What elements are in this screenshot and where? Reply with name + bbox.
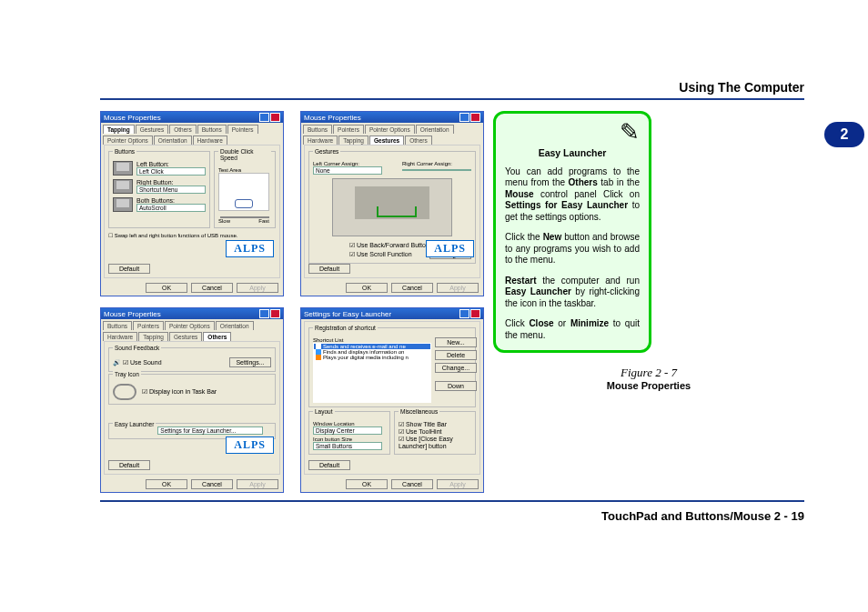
tab-buttons[interactable]: Buttons [303, 125, 332, 134]
help-icon[interactable] [459, 309, 469, 318]
use-close-checkbox[interactable]: Use [Close Easy Launcher] button [399, 436, 471, 449]
delete-button[interactable]: Delete [435, 350, 477, 360]
gestures-legend: Gestures [313, 148, 340, 155]
tab-tapping[interactable]: Tapping [138, 332, 168, 341]
tab-pointer-options[interactable]: Pointer Options [103, 135, 153, 145]
ok-button[interactable]: OK [146, 479, 187, 489]
use-sound-checkbox[interactable]: Use Sound [123, 359, 162, 366]
default-button[interactable]: Default [108, 264, 150, 274]
fast-label: Fast [258, 218, 269, 224]
tab-gestures[interactable]: Gestures [169, 332, 202, 341]
tab-others[interactable]: Others [169, 125, 197, 134]
dialog-body: Registration of shortcut Shortcut List S… [304, 321, 480, 475]
settings-button[interactable]: Settings... [229, 357, 271, 367]
cancel-button[interactable]: Cancel [391, 479, 433, 489]
tab-buttons[interactable]: Buttons [103, 321, 132, 330]
dialog-body: Buttons Left Button:Left Click Right But… [104, 145, 280, 278]
tab-tapping[interactable]: Tapping [338, 135, 368, 145]
touchpad-icon [113, 197, 133, 212]
close-icon[interactable] [470, 113, 480, 122]
close-icon[interactable] [470, 309, 480, 318]
titlebar: Settings for Easy Launcher [301, 308, 483, 319]
page-footer: TouchPad and Buttons/Mouse 2 - 19 [100, 509, 804, 523]
content-row: Mouse Properties Tapping Gestures Others… [100, 111, 804, 493]
sound-legend: Sound Feedback [113, 345, 161, 351]
help-icon[interactable] [259, 113, 269, 122]
left-button-label: Left Button: [136, 161, 206, 167]
right-corner-combo[interactable] [402, 169, 471, 171]
tab-pointer-options[interactable]: Pointer Options [365, 125, 415, 134]
ok-button[interactable]: OK [346, 479, 388, 489]
icon-size-combo[interactable]: Small Buttons [313, 442, 382, 450]
easy-launcher-link[interactable]: Settings for Easy Launcher... [157, 426, 263, 435]
cancel-button[interactable]: Cancel [191, 283, 233, 293]
close-icon[interactable] [270, 309, 280, 318]
help-icon[interactable] [459, 113, 469, 122]
window-location-combo[interactable]: Display Center [313, 426, 382, 435]
display-tray-checkbox[interactable]: Display icon in Task Bar [142, 388, 217, 396]
default-button[interactable]: Default [308, 264, 350, 274]
test-area[interactable] [218, 173, 269, 211]
window-title: Mouse Properties [104, 310, 161, 318]
apply-button[interactable]: Apply [237, 479, 278, 489]
tab-gestures[interactable]: Gestures [369, 135, 404, 145]
change-button[interactable]: Change... [435, 363, 477, 373]
tab-hardware[interactable]: Hardware [303, 135, 338, 145]
tab-strip: Tapping Gestures Others Buttons Pointers… [101, 123, 283, 145]
speaker-icon: 🔊 [113, 359, 121, 366]
gesture-arrow-icon [377, 206, 417, 217]
callout-p3: Restart the computer and run Easy Launch… [505, 276, 640, 310]
right-button-combo[interactable]: Shortcut Menu [136, 186, 206, 194]
both-buttons-combo[interactable]: AutoScroll [136, 204, 206, 212]
mouse-buttons-dialog: Mouse Properties Tapping Gestures Others… [100, 111, 284, 296]
tray-icon-circle [113, 384, 136, 400]
tab-gestures[interactable]: Gestures [136, 125, 168, 134]
apply-button[interactable]: Apply [437, 283, 479, 293]
tab-pointers[interactable]: Pointers [133, 321, 164, 330]
use-scroll-checkbox[interactable]: Use Scroll Function [349, 251, 412, 258]
down-button[interactable]: Down [435, 381, 477, 391]
tab-others[interactable]: Others [405, 135, 432, 145]
tab-pointers[interactable]: Pointers [333, 125, 364, 134]
figure-title: Mouse Properties [493, 380, 804, 391]
swap-checkbox-label[interactable]: Swap left and right button functions of … [115, 233, 238, 238]
figure-caption: Figure 2 - 7 Mouse Properties [493, 366, 804, 391]
tab-others[interactable]: Others [203, 332, 231, 341]
default-button[interactable]: Default [108, 460, 150, 470]
dblclick-legend: Double Click Speed [218, 148, 271, 161]
touchpad-diagram [332, 178, 452, 236]
tab-buttons[interactable]: Buttons [197, 125, 227, 134]
ok-button[interactable]: OK [146, 283, 187, 293]
cancel-button[interactable]: Cancel [191, 479, 233, 489]
new-button[interactable]: New... [435, 337, 477, 347]
show-title-checkbox[interactable]: Show Title Bar [399, 421, 471, 428]
tab-hardware[interactable]: Hardware [193, 135, 227, 145]
window-title: Mouse Properties [104, 114, 161, 122]
use-toolhint-checkbox[interactable]: Use ToolHint [399, 428, 471, 436]
left-button-combo[interactable]: Left Click [136, 167, 206, 176]
reg-legend: Registration of shortcut [313, 325, 378, 331]
tab-orientation[interactable]: Orientation [416, 125, 454, 134]
both-buttons-label: Both Buttons: [136, 197, 206, 204]
tab-orientation[interactable]: Orientation [216, 321, 254, 330]
left-corner-combo[interactable]: None [313, 166, 382, 175]
titlebar: Mouse Properties [301, 112, 483, 123]
tab-tapping[interactable]: Tapping [103, 125, 135, 134]
cancel-button[interactable]: Cancel [391, 283, 433, 293]
right-button-label: Right Button: [136, 179, 206, 186]
default-button[interactable]: Default [308, 460, 350, 470]
screenshot-grid: Mouse Properties Tapping Gestures Others… [100, 111, 484, 493]
apply-button[interactable]: Apply [237, 283, 278, 293]
tab-hardware[interactable]: Hardware [103, 332, 137, 341]
help-icon[interactable] [259, 309, 269, 318]
titlebar: Mouse Properties [101, 308, 283, 319]
tab-pointers[interactable]: Pointers [227, 125, 258, 134]
tab-pointer-options[interactable]: Pointer Options [165, 321, 215, 330]
close-icon[interactable] [270, 113, 280, 122]
ok-button[interactable]: OK [346, 283, 388, 293]
item-icon [316, 355, 321, 360]
apply-button[interactable]: Apply [437, 479, 479, 489]
buttons-legend: Buttons [113, 148, 136, 155]
shortcut-list[interactable]: Sends and receives e-mail and ne Finds a… [313, 343, 431, 403]
tab-orientation[interactable]: Orientation [154, 135, 192, 145]
